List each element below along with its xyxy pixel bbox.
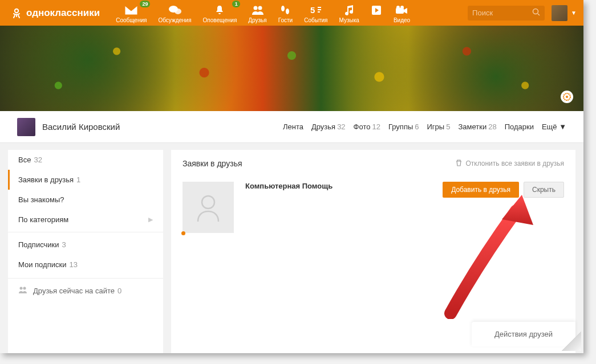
topbar: одноклассники 29 Сообщения Обсуждения 1 … — [0, 0, 583, 26]
search-input[interactable] — [472, 9, 532, 17]
content-header: Заявки в друзья Отклонить все заявки в д… — [183, 159, 564, 168]
svg-point-14 — [566, 96, 568, 98]
events-icon: 5 — [310, 4, 322, 17]
badge-notifications: 1 — [232, 1, 240, 7]
profile-name[interactable]: Василий Кировский — [42, 122, 120, 132]
nav-items: 29 Сообщения Обсуждения 1 Оповещения Дру… — [110, 3, 416, 23]
svg-point-10 — [396, 6, 400, 9]
people-small-icon — [18, 287, 27, 295]
search-box[interactable] — [468, 6, 545, 21]
friends-actions-bar[interactable]: Действия друзей — [472, 322, 575, 346]
svg-point-3 — [253, 6, 257, 10]
bell-icon — [214, 4, 225, 17]
trash-icon — [456, 159, 462, 168]
nav-video[interactable]: Видео — [388, 3, 416, 23]
nav-music-label: Музыка — [339, 17, 359, 23]
svg-point-4 — [258, 6, 262, 10]
tab-photo[interactable]: Фото12 — [354, 122, 380, 131]
music-icon — [343, 4, 355, 17]
nav-friends-label: Друзья — [248, 17, 266, 23]
tab-more[interactable]: Ещё ▼ — [542, 122, 566, 131]
video-icon — [395, 4, 408, 17]
tab-friends[interactable]: Друзья32 — [311, 122, 346, 131]
sidebar-item-requests[interactable]: Заявки в друзья1 — [8, 170, 163, 190]
request-avatar[interactable] — [183, 182, 234, 233]
svg-point-12 — [533, 9, 538, 14]
footsteps-icon — [279, 4, 291, 17]
page-curl-icon — [562, 332, 581, 351]
nav-notifications[interactable]: 1 Оповещения — [197, 3, 243, 23]
play-icon — [371, 4, 382, 17]
nav-friends[interactable]: Друзья — [242, 3, 272, 23]
nav-events[interactable]: 5 События — [298, 3, 333, 23]
nav-discussions-label: Обсуждения — [158, 17, 191, 23]
tab-feed[interactable]: Лента — [283, 122, 303, 131]
ok-logo-icon — [10, 7, 23, 19]
nav-guests[interactable]: Гости — [273, 3, 298, 23]
nav-guests-label: Гости — [278, 17, 293, 23]
nav-play-label — [375, 17, 377, 23]
nav-messages[interactable]: 29 Сообщения — [110, 3, 152, 23]
online-dot-icon — [181, 231, 185, 235]
sidebar-item-online[interactable]: Друзья сейчас на сайте0 — [8, 278, 163, 303]
svg-point-5 — [281, 6, 285, 11]
add-friend-button[interactable]: Добавить в друзья — [443, 182, 519, 198]
search-icon[interactable] — [532, 8, 540, 18]
profile-tabs: Лента Друзья32 Фото12 Группы6 Игры5 Заме… — [283, 122, 566, 131]
nav-messages-label: Сообщения — [116, 17, 147, 23]
nav-video-label: Видео — [394, 17, 410, 23]
reject-all-link[interactable]: Отклонить все заявки в друзья — [456, 159, 564, 168]
request-name[interactable]: Компьютерная Помощь — [245, 182, 333, 190]
badge-messages: 29 — [140, 1, 150, 7]
sidebar-item-subscribers[interactable]: Подписчики3 — [8, 235, 163, 255]
tab-games[interactable]: Игры5 — [427, 122, 451, 131]
content-title: Заявки в друзья — [183, 159, 242, 168]
nav-discussions[interactable]: Обсуждения — [152, 3, 197, 23]
nav-notifications-label: Оповещения — [203, 17, 237, 23]
friend-request-row: Компьютерная Помощь Добавить в друзья Ск… — [183, 178, 564, 236]
nav-play[interactable] — [365, 3, 388, 23]
chat-icon — [168, 4, 182, 17]
profile-bar: Василий Кировский Лента Друзья32 Фото12 … — [0, 111, 583, 143]
svg-point-15 — [20, 287, 23, 290]
profile-cover — [0, 26, 583, 111]
request-actions: Добавить в друзья Скрыть — [443, 182, 564, 198]
user-avatar[interactable] — [552, 5, 567, 21]
envelope-icon — [124, 4, 138, 17]
nav-events-label: События — [304, 17, 327, 23]
tab-notes[interactable]: Заметки28 — [458, 122, 496, 131]
user-menu-caret-icon[interactable]: ▼ — [571, 10, 577, 16]
tab-gifts[interactable]: Подарки — [505, 122, 534, 131]
sidebar-item-familiar[interactable]: Вы знакомы? — [8, 190, 163, 210]
cover-settings-icon[interactable] — [561, 91, 573, 103]
sidebar-item-subscriptions[interactable]: Мои подписки13 — [8, 255, 163, 275]
chevron-right-icon: ▶ — [148, 216, 153, 223]
hide-button[interactable]: Скрыть — [524, 182, 564, 198]
svg-point-2 — [175, 9, 181, 14]
sidebar: Все32 Заявки в друзья1 Вы знакомы? По ка… — [8, 150, 163, 353]
sidebar-item-all[interactable]: Все32 — [8, 150, 163, 170]
svg-point-11 — [400, 6, 404, 9]
svg-point-6 — [286, 9, 289, 14]
logo[interactable]: одноклассники — [10, 7, 100, 19]
tab-groups[interactable]: Группы6 — [388, 122, 419, 131]
profile-avatar[interactable] — [17, 118, 35, 136]
svg-text:5: 5 — [310, 5, 315, 15]
sidebar-divider — [8, 232, 163, 232]
nav-music[interactable]: Музыка — [334, 3, 365, 23]
sidebar-item-categories[interactable]: По категориям▶ — [8, 210, 163, 230]
svg-point-16 — [23, 287, 26, 290]
svg-point-17 — [202, 196, 214, 208]
people-icon — [251, 4, 265, 17]
brand-text: одноклассники — [26, 7, 100, 19]
svg-point-0 — [15, 9, 18, 12]
